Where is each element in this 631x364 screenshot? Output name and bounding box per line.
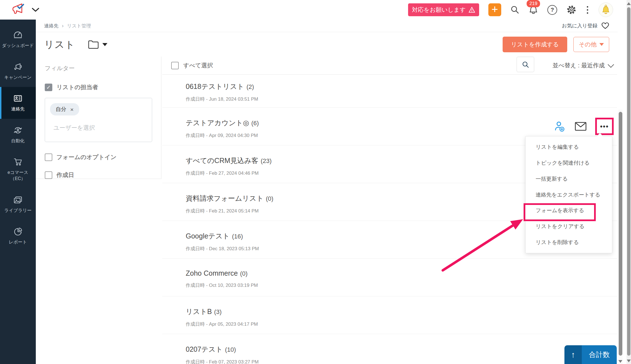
list-row[interactable]: 0618テストリスト(2) 作成日時 - Jun 18, 2024 03:51 … bbox=[162, 75, 617, 108]
more-button[interactable]: その他 bbox=[573, 37, 609, 52]
menu-item-export-contacts[interactable]: 連絡先をエクスポートする bbox=[526, 187, 612, 203]
menu-item-associate-topic[interactable]: トピックを関連付ける bbox=[526, 155, 612, 171]
breadcrumb-bar: 連絡先 › リスト管理 お気に入り登録 bbox=[36, 20, 618, 32]
menu-item-show-form[interactable]: フォームを表示する bbox=[526, 203, 612, 219]
user-avatar[interactable] bbox=[599, 3, 613, 17]
page-scrollbar-thumb[interactable] bbox=[627, 7, 630, 356]
breadcrumb-contacts[interactable]: 連絡先 bbox=[44, 23, 58, 29]
total-count-button[interactable]: ↑ 合計数 bbox=[564, 345, 617, 364]
menu-item-delete-list[interactable]: リストを削除する bbox=[526, 234, 612, 250]
search-icon[interactable] bbox=[510, 5, 519, 14]
list-toolbar: すべて選択 並べ替え : 最近作成 bbox=[162, 56, 617, 75]
filter-panel: フィルター ✓ リストの担当者 自分 × ユーザーを選択 フォームのオプトイン … bbox=[36, 56, 161, 179]
ellipsis-icon: ••• bbox=[600, 122, 609, 130]
chip-remove-icon[interactable]: × bbox=[70, 107, 74, 112]
filter-form-optin[interactable]: フォームのオプトイン bbox=[45, 153, 152, 161]
notifications-bell-icon[interactable]: 219 bbox=[529, 5, 538, 15]
scroll-down-icon[interactable] bbox=[618, 360, 622, 363]
sidebar: ダッシュボード キャンペーン 連絡先 自動化 bbox=[0, 20, 36, 364]
sidebar-item-automation[interactable]: 自動化 bbox=[0, 119, 36, 151]
dashboard-gauge-icon bbox=[13, 30, 23, 40]
list-row[interactable]: Zoho Commerce(0) 作成日時 - Oct 10, 2023 03:… bbox=[162, 259, 617, 296]
warning-triangle-icon bbox=[468, 7, 475, 13]
owner-select-placeholder[interactable]: ユーザーを選択 bbox=[53, 124, 147, 132]
library-icon bbox=[13, 195, 23, 205]
scroll-down-icon[interactable] bbox=[627, 360, 631, 362]
folder-selector[interactable] bbox=[88, 40, 107, 49]
breadcrumb-separator: › bbox=[62, 23, 63, 29]
menu-item-edit-list[interactable]: リストを編集する bbox=[526, 139, 612, 155]
create-list-button[interactable]: リストを作成する bbox=[503, 37, 567, 52]
scroll-up-icon[interactable] bbox=[627, 2, 631, 5]
zoho-campaigns-logo-icon[interactable] bbox=[12, 3, 27, 16]
select-all-checkbox[interactable] bbox=[171, 62, 179, 69]
row-ellipsis-menu-button[interactable]: ••• bbox=[595, 118, 614, 135]
filter-title: フィルター bbox=[45, 64, 152, 72]
breadcrumb-list-management: リスト管理 bbox=[67, 23, 91, 29]
filter-created-date[interactable]: 作成日 bbox=[45, 171, 152, 179]
sidebar-item-dashboard[interactable]: ダッシュボード bbox=[0, 23, 36, 55]
sidebar-item-contacts[interactable]: 連絡先 bbox=[0, 87, 36, 119]
filter-list-owner[interactable]: ✓ リストの担当者 bbox=[45, 83, 152, 91]
created-checkbox[interactable] bbox=[45, 171, 52, 179]
plus-icon: + bbox=[491, 4, 498, 15]
settings-gear-icon[interactable] bbox=[566, 5, 576, 15]
more-options-kebab-icon[interactable] bbox=[586, 5, 589, 15]
org-switcher-chevron-icon[interactable] bbox=[32, 8, 39, 12]
sidebar-item-library[interactable]: ライブラリー bbox=[0, 188, 36, 220]
list-search-button[interactable] bbox=[517, 57, 534, 72]
list-scrollbar[interactable] bbox=[618, 110, 623, 364]
notification-count-badge: 219 bbox=[527, 0, 540, 7]
menu-item-bulk-update[interactable]: 一括更新する bbox=[526, 171, 612, 187]
page-header: リスト リストを作成する その他 bbox=[36, 32, 618, 56]
list-row[interactable]: リストB(3) 作成日時 - Apr 05, 2023 04:17 PM bbox=[162, 296, 617, 334]
up-arrow-icon: ↑ bbox=[571, 350, 575, 360]
heart-icon[interactable] bbox=[601, 22, 609, 29]
help-icon[interactable]: ? bbox=[547, 5, 557, 15]
contact-card-icon bbox=[13, 94, 23, 103]
add-contact-icon[interactable] bbox=[553, 120, 566, 133]
sort-selector[interactable]: 並べ替え : 最近作成 bbox=[553, 62, 613, 69]
select-all[interactable]: すべて選択 bbox=[171, 62, 213, 69]
page-scrollbar[interactable] bbox=[627, 0, 631, 364]
total-count-label: 合計数 bbox=[582, 345, 617, 364]
owner-chip-self[interactable]: 自分 × bbox=[50, 103, 79, 115]
megaphone-icon bbox=[13, 62, 23, 72]
folder-icon bbox=[88, 40, 99, 49]
cart-icon bbox=[13, 157, 23, 167]
list-row[interactable]: 0207テスト(10) 作成日時 - Feb 07, 2023 03:27 PM bbox=[162, 334, 617, 362]
owner-select-box[interactable]: 自分 × ユーザーを選択 bbox=[45, 98, 152, 142]
sidebar-item-reports[interactable]: レポート bbox=[0, 220, 36, 252]
row-context-menu: リストを編集する トピックを関連付ける 一括更新する 連絡先をエクスポートする … bbox=[525, 136, 612, 253]
folder-caret-icon bbox=[102, 43, 107, 46]
report-pie-icon bbox=[13, 227, 23, 236]
more-caret-icon bbox=[599, 43, 604, 46]
favorite-register[interactable]: お気に入り登録 bbox=[562, 22, 609, 29]
scroll-top-section[interactable]: ↑ bbox=[564, 345, 582, 364]
search-icon bbox=[522, 61, 529, 68]
chevron-down-icon bbox=[608, 62, 614, 68]
owner-checkbox[interactable]: ✓ bbox=[45, 84, 52, 91]
page-title: リスト bbox=[44, 38, 75, 51]
action-required-badge[interactable]: 対応をお願いします bbox=[408, 3, 479, 16]
optin-checkbox[interactable] bbox=[45, 153, 52, 161]
automation-icon bbox=[13, 126, 23, 135]
send-email-icon[interactable] bbox=[575, 121, 587, 131]
top-bar: 対応をお願いします + 219 bbox=[0, 0, 631, 20]
row-actions: ••• bbox=[553, 118, 614, 135]
quick-create-button[interactable]: + bbox=[488, 3, 501, 16]
list-scrollbar-thumb[interactable] bbox=[619, 112, 622, 356]
menu-item-clear-list[interactable]: リストをクリアする bbox=[526, 219, 612, 235]
sidebar-item-campaigns[interactable]: キャンペーン bbox=[0, 55, 36, 87]
sidebar-item-ecommerce[interactable]: eコマース（EC） bbox=[0, 150, 36, 188]
